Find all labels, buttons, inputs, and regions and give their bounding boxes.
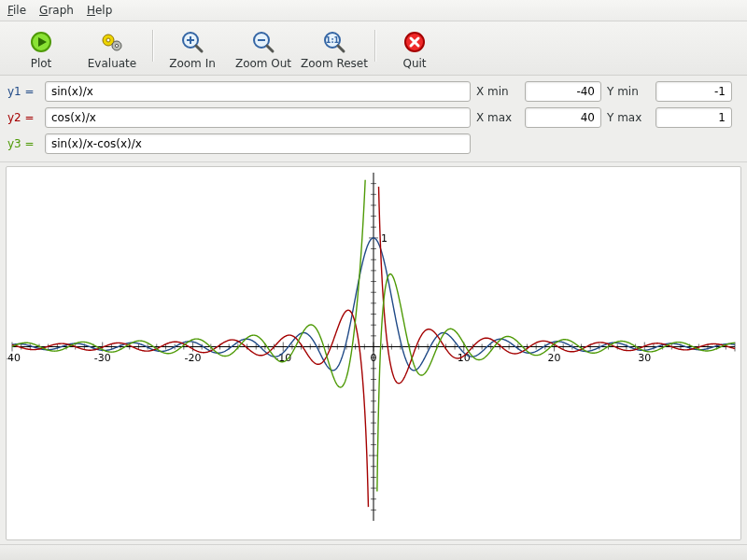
y3-label: y3 =	[7, 137, 39, 150]
svg-text:30: 30	[638, 352, 651, 364]
y2-input[interactable]	[45, 107, 471, 128]
menu-help[interactable]: Help	[87, 4, 112, 17]
zoom-reset-button[interactable]: 1:1 Zoom Reset	[299, 25, 370, 73]
zoom-reset-label: Zoom Reset	[301, 57, 368, 70]
menu-file[interactable]: File	[7, 4, 26, 17]
ymax-input[interactable]	[655, 107, 732, 128]
play-icon	[28, 29, 54, 55]
xmax-input[interactable]	[525, 107, 601, 128]
zoom-out-icon	[250, 29, 276, 55]
svg-text:1: 1	[381, 232, 388, 245]
svg-text:-20: -20	[185, 352, 202, 364]
toolbar: Plot Evaluate Zoom In Zoom Out 1:1	[0, 21, 747, 76]
svg-point-3	[106, 38, 110, 42]
svg-line-14	[338, 46, 344, 51]
svg-text:0: 0	[371, 352, 377, 364]
y1-input[interactable]	[45, 81, 471, 102]
y3-input[interactable]	[45, 133, 471, 154]
svg-text:-30: -30	[94, 352, 111, 364]
xmin-label: X min	[476, 85, 519, 98]
plot-button[interactable]: Plot	[6, 25, 77, 73]
zoom-out-button[interactable]: Zoom Out	[228, 25, 299, 73]
zoom-out-label: Zoom Out	[235, 57, 291, 70]
ymin-label: Y min	[607, 85, 650, 98]
xmin-input[interactable]	[525, 81, 601, 102]
zoom-reset-icon: 1:1	[321, 29, 347, 55]
menu-graph[interactable]: Graph	[39, 4, 74, 17]
toolbar-separator	[148, 25, 157, 66]
menubar: File Graph Help	[0, 0, 747, 21]
y1-label: y1 =	[7, 85, 39, 98]
status-bar	[0, 544, 747, 560]
toolbar-separator	[370, 25, 379, 66]
evaluate-label: Evaluate	[88, 57, 136, 70]
svg-text:1:1: 1:1	[326, 36, 340, 45]
plot-label: Plot	[31, 57, 52, 70]
quit-button[interactable]: Quit	[379, 25, 450, 73]
svg-text:20: 20	[548, 352, 561, 364]
y2-label: y2 =	[7, 111, 39, 124]
ymin-input[interactable]	[655, 81, 732, 102]
xmax-label: X max	[476, 111, 519, 124]
quit-label: Quit	[402, 57, 426, 70]
quit-icon	[402, 29, 428, 55]
svg-text:-40: -40	[6, 352, 21, 364]
evaluate-button[interactable]: Evaluate	[77, 25, 148, 73]
svg-point-5	[115, 44, 118, 47]
plot-canvas[interactable]: -40-30-20-1001020301	[6, 166, 741, 540]
gears-icon	[99, 29, 125, 55]
svg-line-7	[196, 46, 202, 51]
svg-line-11	[267, 46, 273, 51]
zoom-in-icon	[179, 29, 205, 55]
ymax-label: Y max	[607, 111, 650, 124]
plot-area: -40-30-20-1001020301	[0, 162, 747, 544]
zoom-in-label: Zoom In	[169, 57, 216, 70]
formula-panel: y1 = X min Y min y2 = X max Y max y3 =	[0, 76, 747, 162]
zoom-in-button[interactable]: Zoom In	[157, 25, 228, 73]
